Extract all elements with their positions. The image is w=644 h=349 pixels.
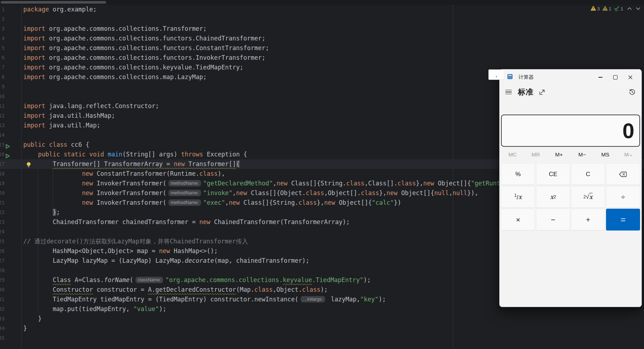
code-line-5[interactable]: 5import org.apache.commons.collections.f… [0,43,644,53]
line-number[interactable]: 14 [0,130,5,140]
calc-button-=[interactable]: = [606,209,640,231]
menu-button[interactable] [505,90,512,94]
line-number[interactable]: 21 [0,198,5,208]
code-text: // 通过decorate()方法获取到LazyMap对象，并将ChainedT… [23,237,248,246]
code-token: HashMap<Object,Object> map = [23,247,159,255]
code-text: import org.apache.commons.collections.ke… [23,63,243,72]
close-button[interactable] [623,72,638,83]
calc-button-CE[interactable]: CE [536,163,570,185]
code-text: import java.util.HashMap; [23,111,115,121]
calc-button-%[interactable]: % [501,163,535,185]
minimize-button[interactable] [593,72,608,83]
line-number[interactable]: 27 [0,256,5,266]
code-token: new [236,189,247,197]
mode-label: 标准 [518,87,534,97]
line-number[interactable]: 28 [0,266,5,275]
line-number[interactable]: 9 [0,82,5,92]
code-token: A=Class. [71,276,104,283]
code-token: ChainedTransformer chainedTransformer = [23,218,199,226]
code-line-6[interactable]: 6import org.apache.commons.collections.f… [0,53,644,63]
line-number[interactable]: 26 [0,246,5,256]
memory-button-m+[interactable]: M+ [547,149,571,160]
maximize-button[interactable] [608,72,623,83]
line-number[interactable]: 24 [0,227,5,237]
memory-button-label: M [624,151,629,157]
calc-button-C[interactable]: C [571,163,605,185]
calc-button-1/x[interactable]: 1/x [501,186,535,208]
memory-button-m−[interactable]: M− [571,149,594,160]
code-token: Exception { [203,151,247,158]
line-number[interactable]: 11 [0,101,5,111]
horizontal-scrollbar-thumb[interactable] [1,1,106,4]
inspections-widget[interactable]: 3 1 1 [591,5,640,13]
code-line-3[interactable]: 3import org.apache.commons.collections.T… [0,24,644,34]
keep-on-top-button[interactable] [539,89,545,96]
inlay-hint: …initargs: [301,296,325,302]
line-number[interactable]: 1 [0,5,5,14]
line-number[interactable]: 16 [0,150,5,159]
line-number[interactable]: 31 [0,295,5,304]
calc-button-.[interactable]: . [488,69,504,80]
code-token: new [174,160,185,168]
line-number[interactable]: 29 [0,275,5,285]
code-line-2[interactable]: 2 [0,14,644,24]
calculator-titlebar[interactable]: 计算器 [500,69,641,85]
memory-button-ms[interactable]: MS [594,149,617,160]
line-number[interactable]: 30 [0,285,5,295]
next-issue-button[interactable] [636,7,640,10]
line-number[interactable]: 4 [0,34,5,43]
line-number[interactable]: 34 [0,324,5,333]
line-number[interactable]: 3 [0,24,5,34]
line-number[interactable]: 17 [0,159,5,169]
code-token: InvokerTransformer( [93,180,166,187]
run-icon[interactable] [5,152,10,157]
line-number[interactable]: 18 [0,169,5,179]
code-text: import org.apache.commons.collections.fu… [23,34,266,43]
backspace-icon [619,171,627,177]
line-number[interactable]: 20 [0,188,5,198]
line-number[interactable]: 35 [0,333,5,343]
code-line-34[interactable]: 34} [0,324,644,333]
calculator-nav: 标准 [500,85,641,99]
code-token: "invoke" [203,189,233,197]
line-number[interactable]: 33 [0,314,5,324]
line-number[interactable]: 10 [0,92,5,101]
calculator-app-icon [507,74,513,81]
code-line-33[interactable]: 33 } [0,314,644,324]
weak-warnings-indicator[interactable]: 1 [602,6,611,12]
weak-warning-icon [602,6,608,12]
calc-button-÷[interactable]: ÷ [606,186,640,208]
code-token [23,189,82,197]
code-token: lazyMap, [327,296,360,303]
code-line-1[interactable]: 1package org.example; [0,5,644,14]
line-number[interactable]: 15 [0,140,5,150]
line-number[interactable]: 7 [0,63,5,72]
code-token: Constructor [53,286,93,293]
calc-button-x²[interactable]: x2 [536,186,570,208]
calc-button-+[interactable]: + [571,209,605,231]
history-button[interactable] [629,88,636,96]
calc-button-²√x[interactable]: 2√x [571,186,605,208]
line-number[interactable]: 25 [0,237,5,246]
code-token: ); [363,276,371,283]
calc-button-backspace[interactable] [606,163,640,185]
passed-indicator[interactable]: 1 [614,5,623,12]
line-number[interactable]: 13 [0,121,5,130]
line-number[interactable]: 6 [0,53,5,63]
code-line-35[interactable]: 35 [0,333,644,343]
line-number[interactable]: 32 [0,304,5,314]
run-icon[interactable] [5,142,10,147]
close-icon [628,75,633,79]
warnings-indicator[interactable]: 3 [591,6,600,12]
line-number[interactable]: 2 [0,14,5,24]
line-number[interactable]: 22 [0,208,5,217]
code-line-4[interactable]: 4import org.apache.commons.collections.f… [0,34,644,43]
line-number[interactable]: 23 [0,217,5,227]
line-number[interactable]: 5 [0,43,5,53]
line-number[interactable]: 12 [0,111,5,121]
calc-button-−[interactable]: − [536,209,570,231]
line-number[interactable]: 8 [0,72,5,82]
line-number[interactable]: 19 [0,179,5,188]
calc-button-×[interactable]: × [501,209,535,231]
prev-issue-button[interactable] [627,7,632,10]
